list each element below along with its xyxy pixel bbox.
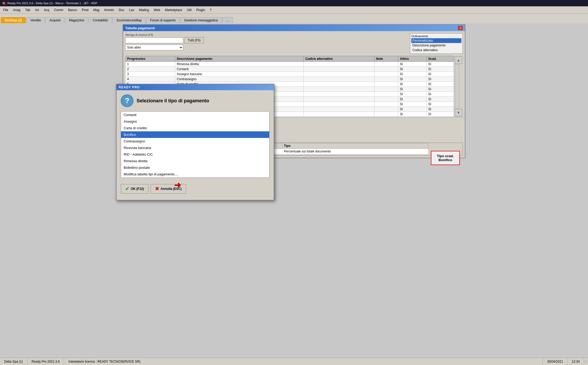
filter-select[interactable]: Solo attivi Tutti Solo inattivi bbox=[125, 45, 183, 50]
tipo-scad-box: Tipo scad. Bonifico bbox=[431, 151, 460, 165]
ord-item-personalizzato[interactable]: Personalizzato bbox=[411, 38, 461, 43]
cell-scad: SI bbox=[426, 72, 454, 77]
col-codice: Codice alternativo bbox=[303, 56, 374, 62]
modal-item-rid[interactable]: RID - Addebito C/C bbox=[121, 151, 269, 158]
statusbar-time: 12:34 bbox=[567, 358, 584, 362]
table-row[interactable]: 2ContantiSISI bbox=[126, 67, 454, 72]
cell-cod bbox=[303, 92, 374, 97]
cell-cod bbox=[303, 67, 374, 72]
cell-cod bbox=[303, 62, 374, 67]
cell-cod bbox=[303, 107, 374, 112]
ord-item-codice[interactable]: Codice alternativo bbox=[411, 48, 461, 52]
tab-forum-di-supporto[interactable]: Forum di supporto bbox=[146, 17, 180, 23]
menu-item-doc[interactable]: Doc bbox=[117, 8, 126, 12]
menu-item-banco[interactable]: Banco bbox=[66, 8, 79, 12]
tutti-button[interactable]: Tutti (F5) bbox=[184, 37, 204, 44]
ok-icon: ✔ bbox=[125, 186, 129, 192]
modal-item-carta[interactable]: Carta di credito bbox=[121, 125, 269, 131]
cancel-icon: ✖ bbox=[155, 186, 159, 192]
cell-note bbox=[374, 72, 398, 77]
modal-item-rimessa[interactable]: Rimessa diretta bbox=[121, 158, 269, 164]
modal-title: READY PRO bbox=[119, 85, 140, 89]
cell-cod bbox=[303, 97, 374, 102]
ord-item-descrizione[interactable]: Descrizione pagamento bbox=[411, 43, 461, 48]
cell-cod bbox=[303, 77, 374, 82]
menu-item-web[interactable]: Web bbox=[152, 8, 162, 12]
modal-item-contanti[interactable]: Contanti bbox=[121, 112, 269, 118]
menu-item-mag[interactable]: Mag bbox=[91, 8, 102, 12]
menu-item-mailing[interactable]: Mailing bbox=[137, 8, 151, 12]
menu-item-acq[interactable]: Acq bbox=[42, 8, 51, 12]
cell-attivo: SI bbox=[398, 102, 427, 107]
cell-cod bbox=[303, 112, 374, 117]
tab-gestione-messaggistica[interactable]: Gestione messaggistica bbox=[180, 17, 222, 23]
cell-scad: SI bbox=[426, 67, 454, 72]
menu-item-art[interactable]: Art bbox=[33, 8, 41, 12]
modal-item-modifica-tabella[interactable]: Modifica tabella tipi di pagamento.... bbox=[121, 171, 269, 177]
cell-attivo: SI bbox=[398, 77, 427, 82]
menu-item-lav[interactable]: Lav bbox=[127, 8, 136, 12]
cell-num: 2 bbox=[126, 67, 175, 72]
cell-note bbox=[374, 82, 398, 87]
scroll-down-button[interactable]: ▼ bbox=[455, 109, 462, 116]
ordinamento-list: Personalizzato Descrizione pagamento Cod… bbox=[411, 38, 461, 52]
qcol-tipo: Tipo bbox=[282, 143, 428, 149]
modal-item-bollettino[interactable]: Bollettino postale bbox=[121, 164, 269, 171]
statusbar-expand[interactable]: :: bbox=[584, 360, 588, 362]
scroll-up-button[interactable]: ▲ bbox=[455, 56, 462, 64]
table-row[interactable]: 1Rimessa direttaSISI bbox=[126, 62, 454, 67]
cell-num: 1 bbox=[126, 62, 175, 67]
cell-note bbox=[374, 107, 398, 112]
cell-attivo: SI bbox=[398, 82, 427, 87]
modal-item-bonifico[interactable]: Bonifico bbox=[121, 131, 269, 138]
menu-item-ammin[interactable]: Ammin bbox=[102, 8, 116, 12]
cell-note bbox=[374, 67, 398, 72]
cell-desc: Rimessa diretta bbox=[175, 62, 304, 67]
tab-vendite[interactable]: Vendite bbox=[26, 17, 45, 23]
menu-item-file[interactable]: File bbox=[1, 8, 10, 12]
cell-scad: SI bbox=[426, 82, 454, 87]
modal-item-assegno[interactable]: Assegno bbox=[121, 118, 269, 125]
modal-buttons: ✔ OK (F12) ✖ Annulla (ESC) bbox=[121, 182, 269, 196]
cell-note bbox=[374, 112, 398, 117]
tab-acquisti[interactable]: Acquisti bbox=[45, 17, 64, 23]
menu-item-tab[interactable]: Tab bbox=[23, 8, 32, 12]
tabbar: Desktop (2)VenditeAcquistiMagazzinoConta… bbox=[0, 14, 588, 23]
cell-note bbox=[374, 77, 398, 82]
menu-item-util[interactable]: Util bbox=[185, 8, 194, 12]
cell-attivo: SI bbox=[398, 97, 427, 102]
modal-item-contrassegno[interactable]: Contrassegno bbox=[121, 138, 269, 145]
menu-item-?[interactable]: ? bbox=[208, 8, 214, 12]
modal-titlebar: READY PRO bbox=[117, 84, 274, 90]
menubar: FileAnagTabArtAcqCommBancoProdMagAmminDo… bbox=[0, 6, 588, 14]
tab-...[interactable]: ... bbox=[222, 17, 233, 23]
statusbar-date: 30/04/2021 bbox=[543, 358, 567, 362]
tab-magazzino[interactable]: Magazzino bbox=[65, 17, 88, 23]
tipo-scad-value: Bonifico bbox=[436, 158, 455, 162]
ordinamento-label: Ordinamento bbox=[411, 35, 461, 38]
search-label: Stringa di ricerca (F3) bbox=[125, 33, 406, 36]
cell-desc: Contanti bbox=[175, 67, 304, 72]
cell-note bbox=[374, 62, 398, 67]
cell-cod bbox=[303, 72, 374, 77]
menu-item-prod[interactable]: Prod bbox=[80, 8, 90, 12]
modal-item-ricevuta[interactable]: Ricevuta bancaria bbox=[121, 145, 269, 151]
menu-item-comm[interactable]: Comm bbox=[52, 8, 65, 12]
menu-item-marketplace[interactable]: Marketplace bbox=[163, 8, 184, 12]
search-input[interactable] bbox=[125, 37, 183, 43]
tab-ecommerce/ebay[interactable]: Ecommerce/eBay bbox=[113, 17, 146, 23]
cell-scad: SI bbox=[426, 87, 454, 92]
titlebar: 🍓 Ready Pro 2021.3.6 - Delta Spa (1) - M… bbox=[0, 0, 588, 6]
panel-titlebar: Tabella pagamenti ✕ bbox=[123, 25, 465, 31]
col-scad: Scad. bbox=[426, 56, 454, 62]
panel-close-button[interactable]: ✕ bbox=[458, 26, 463, 30]
menu-item-anag[interactable]: Anag bbox=[11, 8, 22, 12]
tab-desktop--2-[interactable]: Desktop (2) bbox=[1, 17, 26, 23]
menu-item-plugin[interactable]: Plugin bbox=[194, 8, 207, 12]
table-row[interactable]: 3Assegno bancarioSISI bbox=[126, 72, 454, 77]
cell-scad: SI bbox=[426, 97, 454, 102]
tab-contabilita'[interactable]: Contabilita' bbox=[89, 17, 112, 23]
ok-button[interactable]: ✔ OK (F12) bbox=[121, 184, 148, 194]
cell-attivo: SI bbox=[398, 62, 427, 67]
table-row[interactable]: 4ContrassegnoSISI bbox=[126, 77, 454, 82]
